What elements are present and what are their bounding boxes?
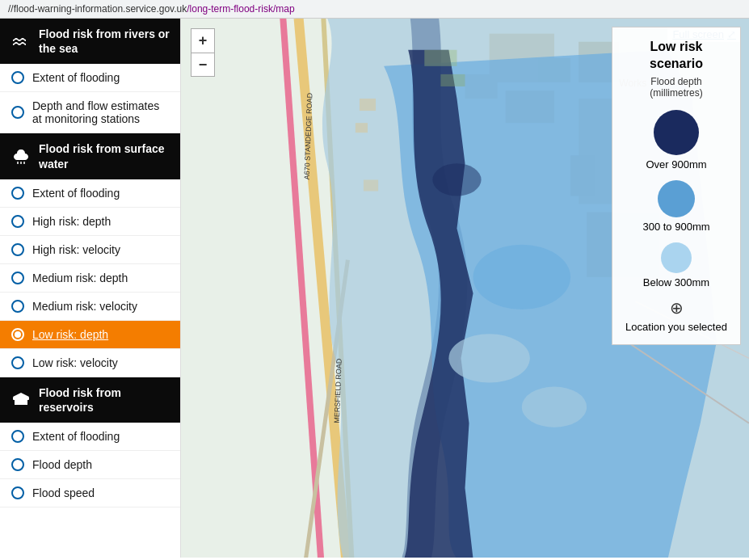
svg-rect-3 [13, 397, 29, 400]
svg-point-21 [432, 163, 481, 196]
legend-title: Low risk scenario [625, 39, 727, 73]
svg-point-20 [522, 387, 587, 427]
svg-rect-28 [440, 74, 465, 86]
reservoir-icon [10, 389, 32, 411]
radio-sw-low-depth [11, 328, 24, 341]
url-bar: //flood-warning-information.service.gov.… [0, 0, 749, 19]
radio-res-extent [11, 430, 24, 443]
nav-res-extent[interactable]: Extent of flooding [0, 423, 180, 451]
radio-sw-high-vel [11, 243, 24, 256]
svg-rect-24 [360, 99, 376, 111]
nav-sw-extent[interactable]: Extent of flooding [0, 179, 180, 208]
legend-location-label: Location you selected [625, 321, 727, 333]
nav-sw-med-vel[interactable]: Medium risk: velocity [0, 293, 180, 321]
svg-rect-25 [356, 123, 368, 133]
svg-point-18 [473, 245, 571, 309]
radio-sw-med-depth [11, 272, 24, 284]
radio-sw-extent [11, 187, 24, 200]
legend-label-below300: Below 300mm [643, 276, 709, 288]
zoom-in-button[interactable]: + [191, 28, 215, 53]
sidebar: Flood risk from rivers or the sea Extent… [0, 19, 181, 558]
zoom-out-button[interactable]: − [191, 53, 215, 77]
radio-res-speed [11, 486, 24, 499]
legend-label-over900: Over 900mm [646, 158, 706, 171]
rain-icon [10, 145, 32, 168]
url-base: //flood-warning-information.service.gov.… [8, 3, 187, 15]
legend-circle-300to900 [658, 180, 695, 217]
crosshair-icon: ⊕ [670, 298, 684, 318]
radio-rivers-extent [11, 71, 24, 84]
nav-sw-high-vel[interactable]: High risk: velocity [0, 236, 180, 264]
nav-sw-low-depth[interactable]: Low risk: depth [0, 321, 180, 349]
nav-rivers-depth[interactable]: Depth and flow estimates at monitoring s… [0, 92, 180, 133]
radio-sw-low-vel [11, 356, 24, 369]
radio-sw-med-vel [11, 300, 24, 313]
nav-sw-med-depth[interactable]: Medium risk: depth [0, 264, 180, 293]
legend-item-300to900: 300 to 900mm [625, 180, 727, 233]
legend-label-300to900: 300 to 900mm [642, 221, 709, 233]
url-path: /long-term-flood-risk/map [187, 3, 294, 15]
section-rivers-sea[interactable]: Flood risk from rivers or the sea [0, 19, 180, 64]
legend-subtitle: Flood depth (millimetres) [625, 76, 727, 99]
nav-sw-low-vel[interactable]: Low risk: velocity [0, 349, 180, 377]
section-surface-water-label: Flood risk from surface water [39, 141, 170, 171]
nav-res-speed[interactable]: Flood speed [0, 479, 180, 507]
radio-res-depth [11, 458, 24, 471]
radio-rivers-depth [11, 106, 24, 119]
legend-location: ⊕ Location you selected [625, 298, 727, 333]
legend-circle-below300 [661, 242, 692, 273]
section-reservoirs-label: Flood risk from reservoirs [39, 385, 170, 415]
map-area[interactable]: Works A670 STANDEDGE ROAD MERSFIELD ROAD… [181, 19, 749, 558]
nav-res-depth[interactable]: Flood depth [0, 451, 180, 479]
section-rivers-sea-label: Flood risk from rivers or the sea [39, 27, 170, 56]
section-surface-water[interactable]: Flood risk from surface water [0, 133, 180, 179]
waves-icon [10, 30, 32, 53]
nav-rivers-extent[interactable]: Extent of flooding [0, 64, 180, 92]
section-reservoirs[interactable]: Flood risk from reservoirs [0, 377, 180, 423]
legend-circle-over900 [654, 110, 699, 155]
radio-sw-high-depth [11, 215, 24, 228]
legend-panel: Low risk scenario Flood depth (millimetr… [612, 27, 741, 345]
legend-item-over900: Over 900mm [625, 110, 727, 171]
nav-sw-high-depth[interactable]: High risk: depth [0, 208, 180, 236]
legend-item-below300: Below 300mm [625, 242, 727, 288]
map-controls: + − [191, 28, 215, 77]
svg-rect-27 [424, 50, 457, 66]
svg-rect-26 [364, 179, 378, 191]
svg-point-19 [448, 334, 529, 382]
